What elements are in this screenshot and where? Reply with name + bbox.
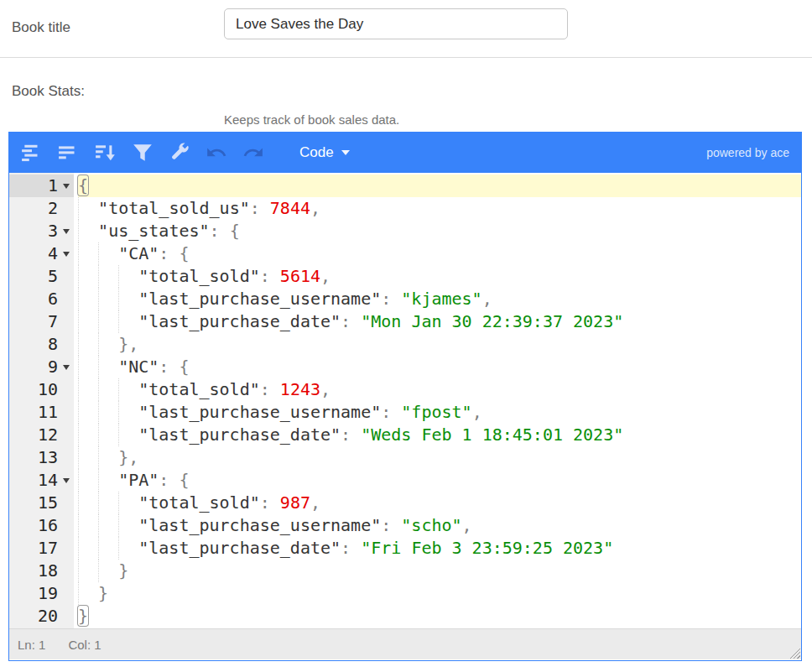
code-line[interactable]: "CA": { [78, 242, 801, 265]
code-line[interactable]: "last_purchase_username": "scho", [78, 514, 801, 537]
indent-guide [118, 378, 119, 401]
redo-button[interactable] [242, 142, 264, 164]
code-line[interactable]: "last_purchase_date": "Fri Feb 3 23:59:2… [78, 537, 801, 560]
sort-button[interactable] [95, 142, 117, 164]
fold-toggle-icon[interactable] [63, 478, 70, 483]
line-number: 4 [9, 242, 58, 265]
fold-toggle-icon[interactable] [63, 365, 70, 370]
code-line[interactable]: } [78, 582, 801, 605]
line-number: 11 [9, 401, 58, 424]
code-line[interactable]: { [78, 175, 801, 197]
code-line[interactable]: "total_sold": 987, [78, 492, 801, 514]
gutter-row: 19 [9, 582, 74, 605]
gutter-row: 17 [9, 537, 74, 560]
indent-guide [118, 265, 119, 288]
gutter-row: 12 [9, 424, 74, 446]
indent-guide [98, 310, 99, 333]
indent-guide [78, 197, 79, 220]
fold-toggle-icon[interactable] [63, 252, 70, 257]
code-line[interactable]: "total_sold": 1243, [78, 378, 801, 401]
code-line[interactable]: }, [78, 446, 801, 469]
indent-guide [78, 401, 79, 424]
gutter-row: 3 [9, 220, 74, 242]
powered-by-ace: powered by ace [706, 146, 789, 159]
status-col: Col: 1 [68, 638, 101, 652]
gutter-row: 20 [9, 605, 74, 628]
indent-guide [98, 288, 99, 310]
sort-icon [95, 142, 117, 164]
code-line[interactable]: "last_purchase_username": "fpost", [78, 401, 801, 424]
indent-guide [98, 424, 99, 446]
editor-toolbar: Code powered by ace [9, 133, 801, 173]
line-number: 20 [9, 605, 58, 628]
transform-button[interactable] [132, 142, 154, 164]
indent-guide [78, 446, 79, 469]
line-number: 14 [9, 469, 58, 492]
code-line[interactable]: "us_states": { [78, 220, 801, 242]
compact-button[interactable] [58, 142, 80, 164]
code-line[interactable]: "last_purchase_username": "kjames", [78, 288, 801, 310]
json-editor: Code powered by ace 12345678910111213141… [8, 132, 802, 661]
book-stats-label: Book Stats: [12, 83, 85, 100]
gutter-row: 18 [9, 560, 74, 582]
section-divider [0, 57, 812, 58]
indent-guide [78, 537, 79, 560]
mode-select-button[interactable]: Code [299, 144, 350, 161]
gutter-row: 16 [9, 514, 74, 537]
gutter-row: 2 [9, 197, 74, 220]
indent-guide [118, 514, 119, 537]
indent-guide [78, 582, 79, 605]
line-number: 16 [9, 514, 58, 537]
line-number: 19 [9, 582, 58, 605]
indent-guide [98, 378, 99, 401]
code-line[interactable]: }, [78, 333, 801, 356]
gutter-row: 7 [9, 310, 74, 333]
book-title-input[interactable] [224, 8, 568, 39]
line-number: 5 [9, 265, 58, 288]
code-line[interactable]: "total_sold_us": 7844, [78, 197, 801, 220]
line-number: 12 [9, 424, 58, 446]
gutter-row: 9 [9, 356, 74, 378]
format-button[interactable] [21, 142, 43, 164]
code-area[interactable]: 1234567891011121314151617181920 { "total… [9, 173, 801, 628]
indent-guide [98, 492, 99, 514]
gutter-row: 6 [9, 288, 74, 310]
fold-toggle-icon[interactable] [63, 229, 70, 234]
code-lines[interactable]: { "total_sold_us": 7844, "us_states": { … [74, 173, 801, 628]
indent-guide [118, 537, 119, 560]
repair-button[interactable] [169, 142, 190, 164]
indent-guide [98, 537, 99, 560]
status-line: Ln: 1 [18, 638, 45, 652]
line-number: 15 [9, 492, 58, 514]
indent-guide [118, 310, 119, 333]
gutter-row: 10 [9, 378, 74, 401]
code-line[interactable]: } [78, 560, 801, 582]
code-line[interactable]: } [78, 605, 801, 628]
gutter: 1234567891011121314151617181920 [9, 173, 74, 628]
undo-button[interactable] [206, 142, 227, 164]
book-title-label: Book title [12, 19, 70, 36]
indent-guide [78, 220, 79, 242]
indent-guide [78, 265, 79, 288]
indent-guide [78, 514, 79, 537]
indent-guide [98, 560, 99, 582]
line-number: 18 [9, 560, 58, 582]
code-line[interactable]: "last_purchase_date": "Mon Jan 30 22:39:… [78, 310, 801, 333]
code-line[interactable]: "total_sold": 5614, [78, 265, 801, 288]
gutter-row: 11 [9, 401, 74, 424]
transform-filter-icon [132, 142, 154, 164]
line-number: 6 [9, 288, 58, 310]
indent-guide [98, 514, 99, 537]
line-number: 3 [9, 220, 58, 242]
code-line[interactable]: "last_purchase_date": "Weds Feb 1 18:45:… [78, 424, 801, 446]
line-number: 2 [9, 197, 58, 220]
indent-guide [78, 356, 79, 378]
code-line[interactable]: "NC": { [78, 356, 801, 378]
chevron-down-icon [341, 150, 350, 155]
fold-toggle-icon[interactable] [63, 184, 70, 189]
resize-grip[interactable] [789, 648, 800, 659]
book-stats-description: Keeps track of book sales data. [224, 112, 399, 127]
code-line[interactable]: "PA": { [78, 469, 801, 492]
indent-guide [98, 333, 99, 356]
status-bar: Ln: 1 Col: 1 [9, 628, 801, 659]
